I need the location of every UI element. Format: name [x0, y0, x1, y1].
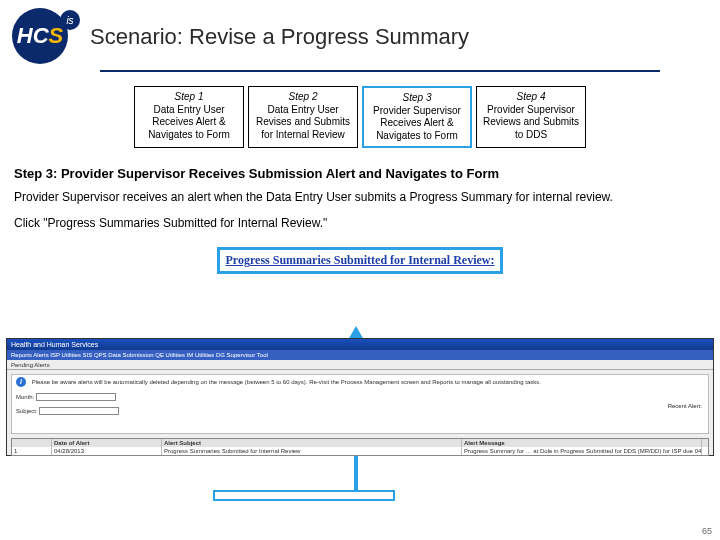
month-select[interactable]: [36, 393, 116, 401]
step-label: Step 3: [366, 92, 468, 105]
slide-header: H C S is Scenario: Revise a Progress Sum…: [0, 0, 720, 66]
row-highlight-box: [213, 490, 395, 501]
table-row[interactable]: 1 04/28/2013 Progress Summaries Submitte…: [12, 447, 708, 455]
cell-index: 1: [12, 447, 52, 455]
step-text: Data Entry User Revises and Submits for …: [251, 104, 355, 142]
logo-is: is: [60, 10, 80, 30]
app-nav-bar[interactable]: Reports Alerts ISP Utilities SIS QPS Dat…: [7, 350, 713, 360]
col-blank: [12, 439, 52, 447]
body-paragraph-2: Click "Progress Summaries Submitted for …: [0, 213, 720, 239]
subject-select[interactable]: [39, 407, 119, 415]
alerts-table: Date of Alert Alert Subject Alert Messag…: [11, 438, 709, 456]
slide-title: Scenario: Revise a Progress Summary: [90, 24, 469, 50]
subject-label: Subject:: [16, 408, 38, 414]
cell-message: Progress Summary for … at Dole in Progre…: [462, 447, 702, 455]
step-label: Step 2: [251, 91, 355, 104]
app-screenshot: Health and Human Services Reports Alerts…: [6, 338, 714, 456]
step-box-4: Step 4 Provider Supervisor Reviews and S…: [476, 86, 586, 148]
step-text: Data Entry User Receives Alert & Navigat…: [137, 104, 241, 142]
step-box-2: Step 2 Data Entry User Revises and Submi…: [248, 86, 358, 148]
cell-subject[interactable]: Progress Summaries Submitted for Interna…: [162, 447, 462, 455]
step-label: Step 1: [137, 91, 241, 104]
step-box-1: Step 1 Data Entry User Receives Alert & …: [134, 86, 244, 148]
step-heading: Step 3: Provider Supervisor Receives Sub…: [0, 166, 720, 187]
link-callout-row: Progress Summaries Submitted for Interna…: [0, 239, 720, 278]
cell-date: 04/28/2013: [52, 447, 162, 455]
col-message[interactable]: Alert Message: [462, 439, 702, 447]
logo-c: C: [33, 23, 49, 49]
app-body: i Please be aware alerts will be automat…: [11, 374, 709, 434]
app-breadcrumb: Pending Alerts: [7, 360, 713, 370]
step-label: Step 4: [479, 91, 583, 104]
app-info-text: Please be aware alerts will be automatic…: [32, 379, 541, 385]
step-flow: Step 1 Data Entry User Receives Alert & …: [0, 86, 720, 148]
month-label: Month:: [16, 394, 34, 400]
hcsis-logo: H C S is: [12, 8, 82, 66]
page-number: 65: [702, 526, 712, 536]
table-head: Date of Alert Alert Subject Alert Messag…: [12, 439, 708, 447]
logo-h: H: [17, 23, 33, 49]
step-text: Provider Supervisor Receives Alert & Nav…: [366, 105, 468, 143]
title-divider: [100, 70, 660, 72]
progress-summaries-link[interactable]: Progress Summaries Submitted for Interna…: [217, 247, 504, 274]
col-subject[interactable]: Alert Subject: [162, 439, 462, 447]
step-text: Provider Supervisor Reviews and Submits …: [479, 104, 583, 142]
info-icon: i: [16, 377, 26, 387]
logo-s: S: [49, 23, 64, 49]
col-date[interactable]: Date of Alert: [52, 439, 162, 447]
recent-alert-label: Recent Alert:: [668, 403, 702, 409]
app-window-title: Health and Human Services: [7, 339, 713, 350]
body-paragraph-1: Provider Supervisor receives an alert wh…: [0, 187, 720, 213]
step-box-3: Step 3 Provider Supervisor Receives Aler…: [362, 86, 472, 148]
